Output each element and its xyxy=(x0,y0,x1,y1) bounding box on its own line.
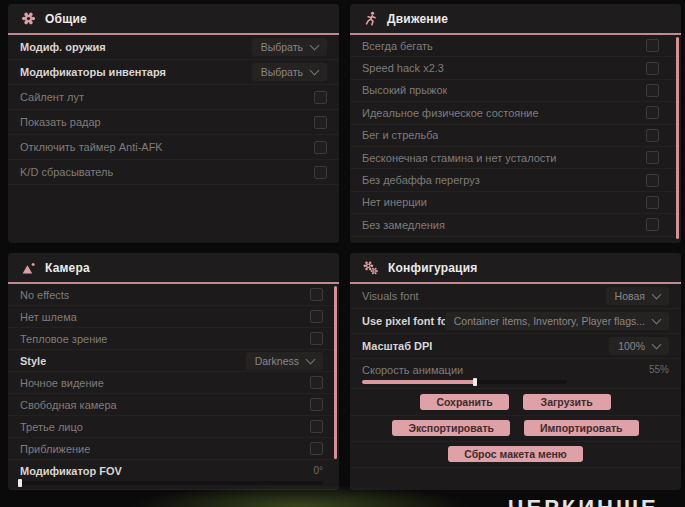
setting-label: Свободная камера xyxy=(20,399,117,411)
checkbox[interactable] xyxy=(646,218,659,231)
setting-label: Масштаб DPI xyxy=(362,340,432,352)
scrollbar-thumb[interactable] xyxy=(334,286,337,459)
dropdown[interactable]: Новая xyxy=(606,287,669,305)
setting-row-dropdown: Use pixel font forContainer items, Inven… xyxy=(350,309,681,334)
button-row: Сброс макета меню xyxy=(350,442,681,468)
panel-movement-header: Движение xyxy=(350,4,681,35)
setting-row-slider: Модификатор FOV0° xyxy=(8,460,339,490)
checkbox[interactable] xyxy=(646,129,659,142)
checkbox[interactable] xyxy=(310,376,323,389)
setting-row-checkbox: Без замедления xyxy=(350,214,681,236)
slider[interactable] xyxy=(20,481,323,485)
setting-label: Нет шлема xyxy=(20,311,77,323)
setting-row-checkbox: Сайлент лут xyxy=(8,85,339,110)
setting-row-checkbox: Без дебаффа перегруз xyxy=(350,169,681,191)
setting-label: Тепловое зрение xyxy=(20,333,107,345)
checkbox[interactable] xyxy=(310,398,323,411)
setting-row-checkbox: K/D сбрасыватель xyxy=(8,160,339,185)
checkbox[interactable] xyxy=(646,62,659,75)
setting-row-checkbox: Нет шлема xyxy=(8,306,339,328)
panel-general-header: Общие xyxy=(8,4,339,35)
setting-label: Сайлент лут xyxy=(20,91,84,103)
chevron-down-icon xyxy=(652,340,662,350)
action-button[interactable]: Импортировать xyxy=(524,420,639,436)
panel-title: Конфигурация xyxy=(388,261,477,275)
setting-label: Показать радар xyxy=(20,116,101,128)
checkbox[interactable] xyxy=(646,84,659,97)
slider-value: 0° xyxy=(313,465,323,476)
setting-label: Третье лицо xyxy=(20,421,83,433)
chevron-down-icon xyxy=(310,41,320,51)
photo-mountain-icon xyxy=(21,260,36,275)
panel-movement: Движение Всегда бегатьSpeed hack x2.3Выс… xyxy=(350,4,681,243)
dropdown[interactable]: Container items, Inventory, Player flags… xyxy=(445,312,669,330)
checkbox[interactable] xyxy=(310,442,323,455)
setting-row-dropdown: Масштаб DPI100% xyxy=(350,334,681,359)
setting-label: Модификаторы инвентаря xyxy=(20,66,166,78)
checkbox[interactable] xyxy=(646,196,659,209)
checkbox[interactable] xyxy=(310,288,323,301)
runner-icon xyxy=(363,11,378,26)
setting-row-checkbox: Бесконечная стамина и нет усталости xyxy=(350,147,681,169)
panel-config-rows: Visuals fontНоваяUse pixel font forConta… xyxy=(350,284,681,389)
action-button[interactable]: Загрузить xyxy=(523,394,611,410)
dropdown-value: 100% xyxy=(618,340,645,352)
panel-camera-rows: No effectsНет шлемаТепловое зрениеStyleD… xyxy=(8,284,339,490)
setting-label: K/D сбрасыватель xyxy=(20,166,113,178)
dropdown-value: Darkness xyxy=(255,355,299,367)
checkbox[interactable] xyxy=(310,310,323,323)
setting-row-dropdown: Модификаторы инвентаряВыбрать xyxy=(8,60,339,85)
checkbox[interactable] xyxy=(314,141,327,154)
checkbox[interactable] xyxy=(314,91,327,104)
setting-label: Visuals font xyxy=(362,290,419,302)
action-button[interactable]: Сброс макета меню xyxy=(448,446,583,462)
dropdown-value: Новая xyxy=(615,290,645,302)
panel-title: Общие xyxy=(45,12,87,26)
checkbox[interactable] xyxy=(646,39,659,52)
background-watermark-text: ЧЕРКИНШЕ xyxy=(508,495,659,507)
setting-label: Высокий прыжок xyxy=(362,84,447,96)
setting-row-checkbox: Отключить таймер Anti-AFK xyxy=(8,135,339,160)
setting-row-checkbox: Бег и стрельба xyxy=(350,125,681,147)
panel-movement-rows: Всегда бегатьSpeed hack x2.3Высокий прыж… xyxy=(350,35,681,237)
setting-label: Модификатор FOV xyxy=(20,465,122,477)
checkbox[interactable] xyxy=(646,106,659,119)
setting-label: Ночное видение xyxy=(20,377,104,389)
slider-value: 55% xyxy=(649,364,669,375)
slider-handle[interactable] xyxy=(473,378,477,386)
setting-row-checkbox: Идеальное физическое состояние xyxy=(350,102,681,124)
checkbox[interactable] xyxy=(646,151,659,164)
setting-row-checkbox: Показать радар xyxy=(8,110,339,135)
panel-config-buttons: СохранитьЗагрузитьЭкспортироватьИмпортир… xyxy=(350,389,681,468)
panel-title: Камера xyxy=(45,261,90,275)
button-row: ЭкспортироватьИмпортировать xyxy=(350,416,681,442)
setting-label: Style xyxy=(20,355,46,367)
slider-row-top: Скорость анимации55% xyxy=(362,364,669,376)
setting-row-checkbox: No effects xyxy=(8,284,339,306)
setting-label: Speed hack x2.3 xyxy=(362,62,444,74)
checkbox[interactable] xyxy=(314,166,327,179)
setting-label: Отключить таймер Anti-AFK xyxy=(20,141,163,153)
setting-label: Идеальное физическое состояние xyxy=(362,107,539,119)
checkbox[interactable] xyxy=(646,174,659,187)
dropdown[interactable]: Выбрать xyxy=(252,38,327,56)
gear-flower-icon xyxy=(21,11,36,26)
slider-handle[interactable] xyxy=(18,479,22,487)
setting-row-checkbox: Всегда бегать xyxy=(350,35,681,57)
panel-general: Общие Модиф. оружияВыбратьМодификаторы и… xyxy=(8,4,339,243)
setting-row-checkbox: Приближение xyxy=(8,438,339,460)
checkbox[interactable] xyxy=(314,116,327,129)
checkbox[interactable] xyxy=(310,332,323,345)
action-button[interactable]: Экспортировать xyxy=(392,420,510,436)
dropdown[interactable]: Выбрать xyxy=(252,63,327,81)
dropdown[interactable]: Darkness xyxy=(246,352,323,370)
dropdown[interactable]: 100% xyxy=(609,337,669,355)
setting-label: Без замедления xyxy=(362,219,445,231)
button-row: СохранитьЗагрузить xyxy=(350,390,681,416)
scrollbar-thumb[interactable] xyxy=(676,37,679,239)
slider[interactable] xyxy=(362,380,567,384)
checkbox[interactable] xyxy=(310,420,323,433)
setting-label: Всегда бегать xyxy=(362,40,433,52)
setting-row-checkbox: Speed hack x2.3 xyxy=(350,57,681,79)
action-button[interactable]: Сохранить xyxy=(420,394,508,410)
